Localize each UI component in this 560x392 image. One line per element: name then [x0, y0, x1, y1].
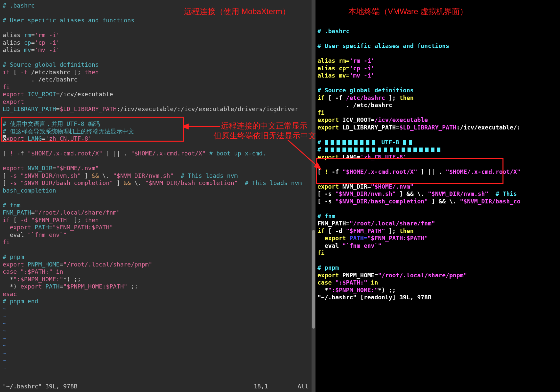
- code-line: export PNPM_HOME="/root/.local/share/pnp…: [3, 261, 313, 268]
- code-line: if [ -d "$FNM_PATH" ]; then: [3, 217, 313, 224]
- status-all: All: [297, 383, 312, 390]
- annotation-note-1: 远程连接的中文正常显示: [221, 121, 308, 131]
- code-line: fi: [317, 109, 558, 117]
- code-line: [ -s "$NVM_DIR/bash_completion" ] && \. …: [317, 198, 558, 205]
- tilde-line: ~: [3, 357, 313, 364]
- code-line: fi: [317, 249, 558, 257]
- code-line: # fnm: [3, 202, 313, 209]
- code-line: export ICV_ROOT=/icv/executable: [3, 91, 313, 98]
- tilde-line: ~: [3, 320, 313, 328]
- code-line: esac: [3, 290, 313, 298]
- code-line: alias mv='mv -i': [3, 46, 313, 54]
- code-line: case ":$PATH:" in: [317, 279, 558, 287]
- annotation-right-title: 本地终端（VMWare 虚拟机界面）: [348, 7, 468, 16]
- vim-status-bar: "~/.bashrc" [readonly] 39L, 978B: [317, 294, 558, 301]
- right-terminal[interactable]: # .bashrc # User specific aliases and fu…: [315, 0, 560, 392]
- status-file: "~/.bashrc" 39L, 978B: [3, 383, 78, 390]
- left-terminal[interactable]: # .bashrc # User specific aliases and fu…: [0, 0, 315, 392]
- code-line: export ICV_ROOT=/icv/executable: [317, 116, 558, 124]
- code-line: alias mv='mv -i': [317, 72, 558, 80]
- code-line: # Source global definitions: [317, 87, 558, 94]
- code-line: eval "`fnm env`": [3, 231, 313, 239]
- cursor-block: e: [3, 135, 6, 142]
- code-line: [ ! -f "$HOME/.x-cmd.root/X" ] || . "$HO…: [3, 150, 313, 157]
- code-line: [ -s "$NVM_DIR/nvm.sh" ] && \. "$NVM_DIR…: [317, 190, 558, 198]
- code-line: *":$PNPM_HOME:"*) ;;: [317, 287, 558, 294]
- code-line: [ -s "$NVM_DIR/nvm.sh" ] && \. "$NVM_DIR…: [3, 172, 313, 180]
- code-line: # User specific aliases and functions: [317, 42, 558, 50]
- annotation-left-title: 远程连接（使用 MobaXterm）: [184, 7, 290, 16]
- code-line: alias rm='rm -i': [317, 57, 558, 65]
- code-line: FNM_PATH="/root/.local/share/fnm": [317, 220, 558, 227]
- code-line: if [ -f /etc/bashrc ]; then: [317, 94, 558, 102]
- code-line: # .bashrc: [317, 28, 558, 35]
- code-line: export NVM_DIR="$HOME/.nvm": [317, 183, 558, 191]
- tilde-line: ~: [3, 364, 313, 372]
- code-line: FNM_PATH="/root/.local/share/fnm": [3, 209, 313, 217]
- code-line: export PNPM_HOME="/root/.local/share/pnp…: [317, 272, 558, 279]
- tilde-line: ~: [3, 350, 313, 357]
- vim-status-bar: "~/.bashrc" 39L, 978B 18,1 All: [3, 383, 312, 390]
- code-line: export LANG='zh_CN.UTF-8': [317, 153, 558, 161]
- code-line: export PATH="$FNM_PATH:$PATH": [3, 224, 313, 231]
- broken-chinese-line: # UTF-8: [317, 139, 558, 146]
- code-line: export LD_LIBRARY_PATH=$LD_LIBRARY_PATH:…: [317, 124, 558, 131]
- scrollbar-thumb[interactable]: [312, 230, 315, 329]
- code-line: [ -s "$NVM_DIR/bash_completion" ] && \. …: [3, 179, 313, 194]
- code-line: if [ -d "$FNM_PATH" ]; then: [317, 227, 558, 235]
- code-line: # pnpm end: [3, 298, 313, 305]
- code-line: # User specific aliases and functions: [3, 17, 313, 24]
- code-line: alias rm='rm -i': [3, 32, 313, 39]
- code-line: # pnpm: [317, 264, 558, 272]
- scrollbar[interactable]: [312, 0, 315, 392]
- tilde-line: ~: [3, 342, 313, 350]
- code-line: . /etc/bashrc: [317, 102, 558, 109]
- code-line: *) export PATH="$PNPM_HOME:$PATH" ;;: [3, 283, 313, 290]
- code-line: # fnm: [317, 213, 558, 220]
- code-line: [ ! -f "$HOME/.x-cmd.root/X" ] || . "$HO…: [317, 168, 558, 176]
- code-line: # pnpm: [3, 253, 313, 261]
- code-line: # Source global definitions: [3, 61, 313, 69]
- code-line: alias cp='cp -i': [3, 39, 313, 47]
- tilde-line: ~: [3, 335, 313, 342]
- tilde-line: ~: [3, 312, 313, 320]
- code-line: eval "`fnm env`": [317, 242, 558, 250]
- code-line: . /etc/bashrc: [3, 76, 313, 83]
- broken-chinese-line: #: [317, 146, 558, 153]
- code-line: alias cp='cp -i': [317, 65, 558, 72]
- code-line: *":$PNPM_HOME:"*) ;;: [3, 276, 313, 283]
- code-line: if [ -f /etc/bashrc ]; then: [3, 69, 313, 76]
- code-line: fi: [3, 83, 313, 91]
- status-position: 18,1: [254, 383, 297, 390]
- code-line: export PATH="$FNM_PATH:$PATH": [317, 235, 558, 242]
- code-line: export LD_LIBRARY_PATH=$LD_LIBRARY_PATH:…: [3, 98, 313, 113]
- code-line: export NVM_DIR="$HOME/.nvm": [3, 165, 313, 172]
- tilde-line: ~: [3, 327, 313, 335]
- code-line: case ":$PATH:" in: [3, 268, 313, 276]
- annotation-note-2: 但原生终端依旧无法显示中文: [214, 131, 316, 141]
- code-line: fi: [3, 239, 313, 246]
- tilde-line: ~: [3, 305, 313, 313]
